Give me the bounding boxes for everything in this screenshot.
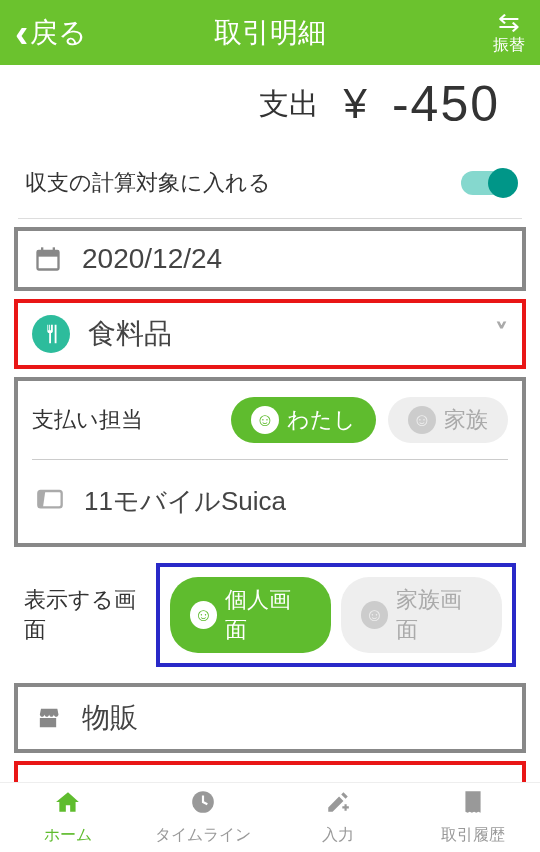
date-field[interactable]: 2020/12/24 xyxy=(14,227,526,291)
display-personal-label: 個人画面 xyxy=(225,585,311,645)
payer-me-label: わたし xyxy=(287,405,356,435)
person-icon: ☺ xyxy=(251,406,279,434)
page-title: 取引明細 xyxy=(214,14,326,52)
nav-history[interactable]: 取引履歴 xyxy=(405,783,540,852)
payment-method-row[interactable]: 11モバイルSuica xyxy=(32,470,508,533)
back-button[interactable]: ‹ 戻る xyxy=(15,13,87,53)
clock-icon xyxy=(190,789,216,821)
transfer-label: 振替 xyxy=(493,35,525,56)
amount-display: 支出 ¥ -450 xyxy=(0,65,540,163)
back-label: 戻る xyxy=(30,14,87,52)
people-icon: ☺ xyxy=(361,601,388,629)
person-icon: ☺ xyxy=(190,601,217,629)
people-icon: ☺ xyxy=(408,406,436,434)
toggle-knob xyxy=(488,168,518,198)
transfer-button[interactable]: ⇆ 振替 xyxy=(493,9,525,56)
display-screen-label: 表示する画面 xyxy=(24,585,156,645)
nav-timeline[interactable]: タイムライン xyxy=(135,783,270,852)
merchant-value: 物販 xyxy=(82,699,508,737)
receipt-icon xyxy=(460,789,486,821)
payer-family-label: 家族 xyxy=(444,405,488,435)
card-icon xyxy=(36,486,64,517)
payment-method-value: 11モバイルSuica xyxy=(84,484,286,519)
home-icon xyxy=(55,789,81,821)
amount-label: 支出 xyxy=(259,84,319,125)
include-toggle-label: 収支の計算対象に入れる xyxy=(25,168,271,198)
category-field[interactable]: 食料品 ˅ xyxy=(14,299,526,369)
svg-marker-5 xyxy=(38,491,45,507)
nav-home[interactable]: ホーム xyxy=(0,783,135,852)
nav-input-label: 入力 xyxy=(322,825,354,846)
payer-me-button[interactable]: ☺ わたし xyxy=(231,397,376,443)
merchant-field[interactable]: 物販 xyxy=(14,683,526,753)
svg-rect-2 xyxy=(41,247,43,253)
bottom-nav: ホーム タイムライン 入力 取引履歴 xyxy=(0,782,540,852)
food-icon xyxy=(32,315,70,353)
amount-currency: ¥ xyxy=(344,80,367,128)
payer-label: 支払い担当 xyxy=(32,405,143,435)
nav-timeline-label: タイムライン xyxy=(155,825,251,846)
nav-input[interactable]: 入力 xyxy=(270,783,405,852)
pencil-plus-icon xyxy=(325,789,351,821)
display-screen-group: ☺ 個人画面 ☺ 家族画面 xyxy=(156,563,516,667)
nav-history-label: 取引履歴 xyxy=(441,825,505,846)
include-toggle[interactable] xyxy=(461,171,515,195)
svg-rect-3 xyxy=(53,247,55,253)
payer-family-button[interactable]: ☺ 家族 xyxy=(388,397,508,443)
payer-section: 支払い担当 ☺ わたし ☺ 家族 11モバイルSuica xyxy=(14,377,526,547)
chevron-down-icon: ˅ xyxy=(495,319,508,350)
date-value: 2020/12/24 xyxy=(82,243,508,275)
store-icon xyxy=(32,704,64,732)
calendar-icon xyxy=(32,245,64,273)
nav-home-label: ホーム xyxy=(44,825,92,846)
amount-value: -450 xyxy=(392,75,500,133)
display-family-label: 家族画面 xyxy=(396,585,482,645)
display-family-button[interactable]: ☺ 家族画面 xyxy=(341,577,502,653)
category-value: 食料品 xyxy=(88,315,477,353)
chevron-left-icon: ‹ xyxy=(15,13,28,53)
svg-rect-1 xyxy=(38,251,59,257)
display-personal-button[interactable]: ☺ 個人画面 xyxy=(170,577,331,653)
transfer-icon: ⇆ xyxy=(498,9,520,35)
